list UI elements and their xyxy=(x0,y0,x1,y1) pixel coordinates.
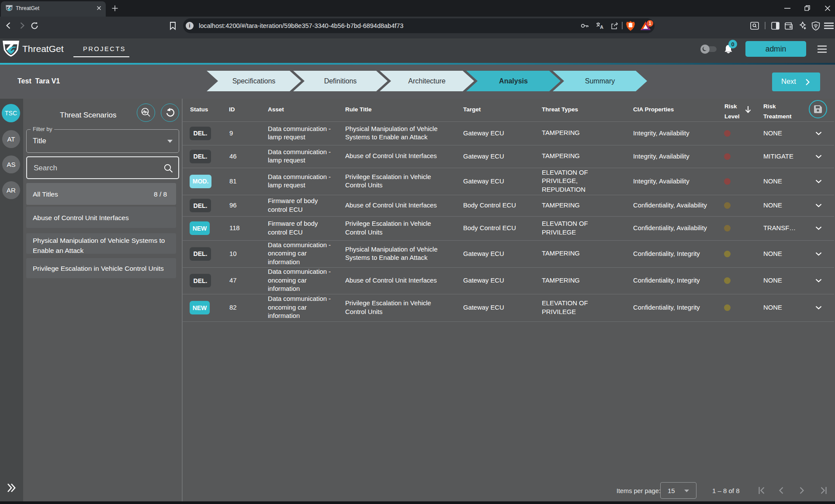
svg-text:A: A xyxy=(600,24,603,30)
svg-text:Summary: Summary xyxy=(585,77,615,85)
svg-text:Definitions: Definitions xyxy=(324,77,357,85)
svg-text:Architecture: Architecture xyxy=(408,77,445,85)
svg-text:Specifications: Specifications xyxy=(232,77,276,85)
svg-text:Analysis: Analysis xyxy=(499,77,528,85)
